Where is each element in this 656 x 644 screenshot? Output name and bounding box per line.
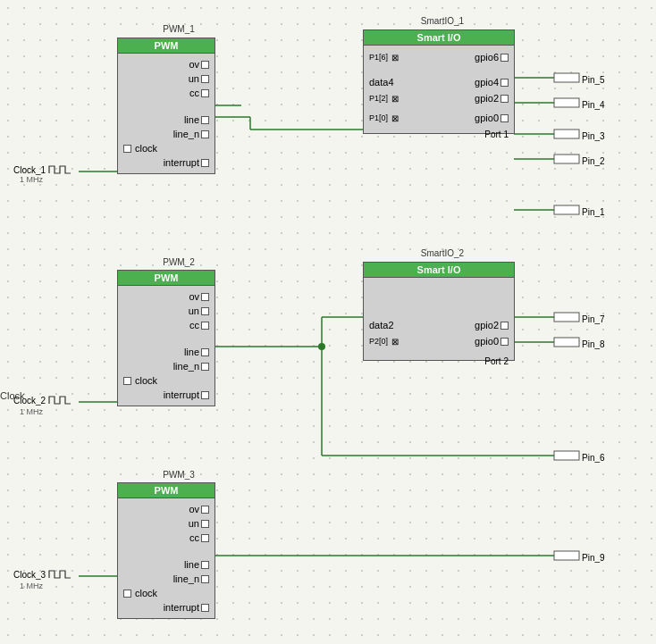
pwm3-pin-int xyxy=(201,604,209,612)
pwm2-port-linen: line_n xyxy=(173,361,199,372)
smartio1-lport-p12: P1[2] xyxy=(369,94,388,103)
smartio1-pin-gpio6 xyxy=(500,54,509,62)
svg-rect-8 xyxy=(554,98,579,107)
pwm3-port-clock: clock xyxy=(133,588,157,598)
svg-rect-23 xyxy=(554,338,579,347)
pwm1-port-linen: line_n xyxy=(173,129,199,139)
svg-rect-26 xyxy=(554,451,579,460)
smartio2-header: Smart I/O xyxy=(364,263,514,278)
smartio1-port1-label: Port 1 xyxy=(369,126,509,130)
pwm3-header: PWM xyxy=(118,483,214,498)
svg-rect-21 xyxy=(554,313,579,322)
pwm3-title: PWM_3 xyxy=(139,470,219,480)
pwm3-pin-un xyxy=(201,520,209,528)
pwm2-port-un: un xyxy=(189,305,199,316)
pwm1-block: PWM ov un cc line line_n clock interrupt xyxy=(117,38,215,174)
pin2-label: Pin_2 xyxy=(582,156,605,166)
pin7-label: Pin_7 xyxy=(582,314,605,324)
smartio1-x3: ⊠ xyxy=(391,113,399,123)
pwm2-pin-clock-in xyxy=(123,377,131,385)
pwm3-pin-ov xyxy=(201,506,209,514)
clock2-freq: 1 MHz xyxy=(20,407,43,416)
pwm2-block: PWM ov un cc line line_n clock interrupt xyxy=(117,270,215,406)
clock3-symbol xyxy=(47,567,72,581)
svg-rect-12 xyxy=(554,155,579,163)
pwm2-pin-line xyxy=(201,348,209,356)
smartio2-rport-gpio0: gpio0 xyxy=(475,336,499,347)
pwm2-pin-ov xyxy=(201,293,209,301)
pin9-label: Pin_9 xyxy=(582,553,605,563)
pwm3-port-un: un xyxy=(189,518,199,529)
pwm1-pin-cc xyxy=(201,89,209,97)
smartio1-pin-gpio4 xyxy=(500,79,509,87)
smartio2-port2-label: Port 2 xyxy=(369,349,509,356)
pwm1-port-line: line xyxy=(184,114,199,125)
smartio1-header: Smart I/O xyxy=(364,30,514,46)
pwm3-port-line: line xyxy=(184,559,199,570)
pwm3-pin-clock-in xyxy=(123,590,131,598)
pwm3-pin-cc xyxy=(201,534,209,542)
pwm3-port-int: interrupt xyxy=(164,602,199,613)
smartio2-block: Smart I/O data2 gpio2 P2[0] ⊠ gpio0 Port… xyxy=(363,262,515,361)
pwm1-port-int: interrupt xyxy=(164,157,199,168)
pwm1-pin-int xyxy=(201,159,209,167)
smartio1-pin-gpio2 xyxy=(500,95,509,103)
pwm2-pin-linen xyxy=(201,363,209,371)
pwm3-pin-linen xyxy=(201,575,209,583)
pwm2-title: PWM_2 xyxy=(139,257,219,267)
svg-rect-6 xyxy=(554,73,579,82)
smartio2-x1: ⊠ xyxy=(391,337,399,347)
smartio2-pin-gpio2 xyxy=(500,322,509,330)
smartio2-lport-p20: P2[0] xyxy=(369,337,388,346)
smartio2-rport-gpio2: gpio2 xyxy=(475,320,499,330)
pwm2-header: PWM xyxy=(118,271,214,286)
pwm3-block: PWM ov un cc line line_n clock interrupt xyxy=(117,482,215,619)
clock1-symbol xyxy=(47,163,72,177)
clock1-label: Clock_1 xyxy=(13,165,46,175)
clock-static-label: Clock xyxy=(0,390,25,401)
svg-point-19 xyxy=(318,343,325,350)
pwm2-port-line: line xyxy=(184,347,199,357)
smartio1-lport-data4: data4 xyxy=(369,77,394,88)
pin8-label: Pin_8 xyxy=(582,339,605,349)
pin6-label: Pin_6 xyxy=(582,453,605,463)
smartio2-title: SmartIO_2 xyxy=(384,248,500,258)
diagram-container: PWM_1 PWM ov un cc line line_n clock int… xyxy=(0,0,656,644)
smartio1-lport-p16: P1[6] xyxy=(369,53,388,62)
pwm3-port-ov: ov xyxy=(189,504,199,514)
smartio2-pin-gpio0 xyxy=(500,338,509,346)
pwm2-pin-un xyxy=(201,307,209,315)
pwm2-port-ov: ov xyxy=(189,291,199,302)
clock3-freq: 1 MHz xyxy=(20,581,43,590)
smartio1-pin-gpio0 xyxy=(500,114,509,122)
svg-rect-10 xyxy=(554,130,579,138)
svg-rect-14 xyxy=(554,205,579,214)
smartio1-x1: ⊠ xyxy=(391,53,399,63)
pwm2-pin-cc xyxy=(201,322,209,330)
pwm1-pin-un xyxy=(201,75,209,83)
pwm1-port-clock: clock xyxy=(133,143,157,154)
svg-rect-29 xyxy=(554,551,579,560)
pwm1-port-cc: cc xyxy=(189,88,199,98)
pwm1-pin-ov xyxy=(201,61,209,69)
pwm1-title: PWM_1 xyxy=(139,24,219,34)
pwm1-port-ov: ov xyxy=(189,59,199,70)
pwm1-header: PWM xyxy=(118,38,214,54)
smartio2-lport-data2: data2 xyxy=(369,320,394,330)
clock3-label: Clock_3 xyxy=(13,570,46,580)
pwm1-pin-linen xyxy=(201,130,209,138)
pwm1-pin-clock-in xyxy=(123,145,131,153)
pwm1-port-un: un xyxy=(189,73,199,84)
pwm3-pin-line xyxy=(201,561,209,569)
smartio1-block: Smart I/O P1[6] ⊠ gpio6 data4 gpio4 P1[2… xyxy=(363,29,515,134)
smartio1-rport-gpio2: gpio2 xyxy=(475,93,499,104)
pwm2-pin-int xyxy=(201,391,209,399)
pin5-label: Pin_5 xyxy=(582,75,605,85)
pin4-label: Pin_4 xyxy=(582,100,605,110)
smartio1-rport-gpio4: gpio4 xyxy=(475,77,499,88)
smartio1-rport-gpio6: gpio6 xyxy=(475,52,499,63)
pin3-label: Pin_3 xyxy=(582,131,605,141)
smartio1-lport-p10: P1[0] xyxy=(369,113,388,122)
pwm1-pin-line xyxy=(201,116,209,124)
clock3: Clock_3 xyxy=(13,567,72,581)
